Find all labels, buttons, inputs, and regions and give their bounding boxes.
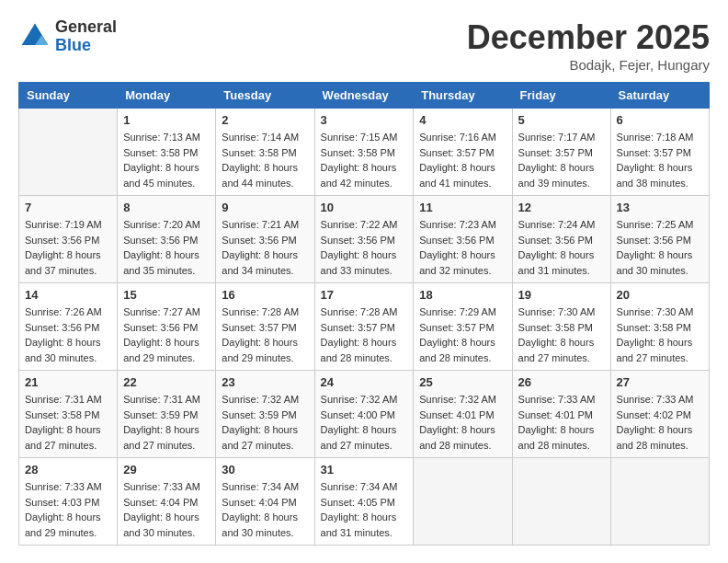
day-info: Sunrise: 7:15 AMSunset: 3:58 PMDaylight:… xyxy=(321,130,408,190)
calendar-cell: 20Sunrise: 7:30 AMSunset: 3:58 PMDayligh… xyxy=(610,283,709,371)
day-number: 8 xyxy=(123,201,210,214)
day-info: Sunrise: 7:19 AMSunset: 3:56 PMDaylight:… xyxy=(25,217,111,278)
day-info: Sunrise: 7:29 AMSunset: 3:57 PMDaylight:… xyxy=(419,304,506,365)
calendar-header-row: SundayMondayTuesdayWednesdayThursdayFrid… xyxy=(19,83,710,109)
calendar-cell: 29Sunrise: 7:33 AMSunset: 4:04 PMDayligh… xyxy=(118,458,216,546)
calendar-cell: 8Sunrise: 7:20 AMSunset: 3:56 PMDaylight… xyxy=(118,196,216,283)
logo-text: General Blue xyxy=(55,18,117,55)
day-number: 10 xyxy=(321,201,408,214)
day-info: Sunrise: 7:27 AMSunset: 3:56 PMDaylight:… xyxy=(123,304,210,365)
day-number: 12 xyxy=(518,201,605,214)
column-header-sunday: Sunday xyxy=(19,83,118,109)
day-number: 31 xyxy=(321,463,408,477)
column-header-wednesday: Wednesday xyxy=(314,83,414,109)
calendar-cell: 25Sunrise: 7:32 AMSunset: 4:01 PMDayligh… xyxy=(414,371,512,458)
calendar-week-row: 28Sunrise: 7:33 AMSunset: 4:03 PMDayligh… xyxy=(19,458,710,546)
day-number: 26 xyxy=(518,375,605,389)
calendar-cell: 16Sunrise: 7:28 AMSunset: 3:57 PMDayligh… xyxy=(216,283,314,371)
day-number: 14 xyxy=(25,288,111,302)
calendar-cell: 22Sunrise: 7:31 AMSunset: 3:59 PMDayligh… xyxy=(118,371,216,458)
calendar-cell xyxy=(19,109,118,196)
calendar-cell: 6Sunrise: 7:18 AMSunset: 3:57 PMDaylight… xyxy=(610,109,709,196)
day-info: Sunrise: 7:30 AMSunset: 3:58 PMDaylight:… xyxy=(617,304,703,365)
day-info: Sunrise: 7:32 AMSunset: 4:00 PMDaylight:… xyxy=(321,392,408,453)
calendar-cell: 30Sunrise: 7:34 AMSunset: 4:04 PMDayligh… xyxy=(216,458,314,546)
calendar-cell: 23Sunrise: 7:32 AMSunset: 3:59 PMDayligh… xyxy=(216,371,314,458)
day-info: Sunrise: 7:31 AMSunset: 3:59 PMDaylight:… xyxy=(123,392,210,453)
day-info: Sunrise: 7:22 AMSunset: 3:56 PMDaylight:… xyxy=(321,217,408,278)
calendar-cell: 15Sunrise: 7:27 AMSunset: 3:56 PMDayligh… xyxy=(118,283,216,371)
day-info: Sunrise: 7:20 AMSunset: 3:56 PMDaylight:… xyxy=(123,217,210,278)
day-info: Sunrise: 7:18 AMSunset: 3:57 PMDaylight:… xyxy=(617,130,703,190)
day-info: Sunrise: 7:17 AMSunset: 3:57 PMDaylight:… xyxy=(518,130,605,190)
day-number: 30 xyxy=(222,463,308,477)
day-number: 9 xyxy=(222,201,308,214)
location: Bodajk, Fejer, Hungary xyxy=(467,57,710,73)
day-number: 20 xyxy=(617,288,703,302)
title-block: December 2025 Bodajk, Fejer, Hungary xyxy=(467,18,710,73)
calendar-cell xyxy=(512,458,610,546)
calendar-week-row: 21Sunrise: 7:31 AMSunset: 3:58 PMDayligh… xyxy=(19,371,710,458)
day-number: 22 xyxy=(123,375,210,389)
day-number: 23 xyxy=(222,375,308,389)
column-header-tuesday: Tuesday xyxy=(216,83,314,109)
day-number: 3 xyxy=(321,113,408,127)
day-info: Sunrise: 7:14 AMSunset: 3:58 PMDaylight:… xyxy=(222,130,308,190)
calendar-cell: 24Sunrise: 7:32 AMSunset: 4:00 PMDayligh… xyxy=(314,371,414,458)
calendar-week-row: 7Sunrise: 7:19 AMSunset: 3:56 PMDaylight… xyxy=(19,196,710,283)
day-info: Sunrise: 7:33 AMSunset: 4:01 PMDaylight:… xyxy=(518,392,605,453)
day-number: 21 xyxy=(25,375,111,389)
column-header-friday: Friday xyxy=(512,83,610,109)
day-number: 1 xyxy=(123,113,210,127)
calendar-cell: 21Sunrise: 7:31 AMSunset: 3:58 PMDayligh… xyxy=(19,371,118,458)
day-number: 16 xyxy=(222,288,308,302)
month-title: December 2025 xyxy=(467,18,710,57)
day-info: Sunrise: 7:24 AMSunset: 3:56 PMDaylight:… xyxy=(518,217,605,278)
calendar-cell: 10Sunrise: 7:22 AMSunset: 3:56 PMDayligh… xyxy=(314,196,414,283)
calendar-cell xyxy=(414,458,512,546)
calendar-cell: 2Sunrise: 7:14 AMSunset: 3:58 PMDaylight… xyxy=(216,109,314,196)
day-info: Sunrise: 7:33 AMSunset: 4:04 PMDaylight:… xyxy=(123,479,210,540)
day-number: 15 xyxy=(123,288,210,302)
day-number: 29 xyxy=(123,463,210,477)
calendar-cell: 12Sunrise: 7:24 AMSunset: 3:56 PMDayligh… xyxy=(512,196,610,283)
day-info: Sunrise: 7:32 AMSunset: 3:59 PMDaylight:… xyxy=(222,392,308,453)
day-number: 13 xyxy=(617,201,703,214)
calendar-cell: 13Sunrise: 7:25 AMSunset: 3:56 PMDayligh… xyxy=(610,196,709,283)
day-info: Sunrise: 7:13 AMSunset: 3:58 PMDaylight:… xyxy=(123,130,210,190)
calendar-cell: 19Sunrise: 7:30 AMSunset: 3:58 PMDayligh… xyxy=(512,283,610,371)
calendar-cell: 14Sunrise: 7:26 AMSunset: 3:56 PMDayligh… xyxy=(19,283,118,371)
page-header: General Blue December 2025 Bodajk, Fejer… xyxy=(18,18,710,73)
day-info: Sunrise: 7:26 AMSunset: 3:56 PMDaylight:… xyxy=(25,304,111,365)
calendar-cell: 28Sunrise: 7:33 AMSunset: 4:03 PMDayligh… xyxy=(19,458,118,546)
day-number: 7 xyxy=(25,201,111,214)
day-info: Sunrise: 7:16 AMSunset: 3:57 PMDaylight:… xyxy=(419,130,506,190)
day-number: 4 xyxy=(419,113,506,127)
column-header-saturday: Saturday xyxy=(610,83,709,109)
column-header-monday: Monday xyxy=(118,83,216,109)
day-number: 11 xyxy=(419,201,506,214)
logo-general: General xyxy=(55,18,117,37)
day-number: 17 xyxy=(321,288,408,302)
day-number: 5 xyxy=(518,113,605,127)
calendar-cell: 31Sunrise: 7:34 AMSunset: 4:05 PMDayligh… xyxy=(314,458,414,546)
column-header-thursday: Thursday xyxy=(414,83,512,109)
calendar-cell xyxy=(610,458,709,546)
day-number: 27 xyxy=(617,375,703,389)
day-info: Sunrise: 7:25 AMSunset: 3:56 PMDaylight:… xyxy=(617,217,703,278)
calendar-cell: 5Sunrise: 7:17 AMSunset: 3:57 PMDaylight… xyxy=(512,109,610,196)
day-info: Sunrise: 7:21 AMSunset: 3:56 PMDaylight:… xyxy=(222,217,308,278)
calendar-cell: 1Sunrise: 7:13 AMSunset: 3:58 PMDaylight… xyxy=(118,109,216,196)
calendar-cell: 4Sunrise: 7:16 AMSunset: 3:57 PMDaylight… xyxy=(414,109,512,196)
day-number: 6 xyxy=(617,113,703,127)
calendar-cell: 7Sunrise: 7:19 AMSunset: 3:56 PMDaylight… xyxy=(19,196,118,283)
day-info: Sunrise: 7:28 AMSunset: 3:57 PMDaylight:… xyxy=(222,304,308,365)
logo: General Blue xyxy=(18,18,117,55)
day-info: Sunrise: 7:32 AMSunset: 4:01 PMDaylight:… xyxy=(419,392,506,453)
calendar-cell: 9Sunrise: 7:21 AMSunset: 3:56 PMDaylight… xyxy=(216,196,314,283)
day-number: 19 xyxy=(518,288,605,302)
calendar-table: SundayMondayTuesdayWednesdayThursdayFrid… xyxy=(18,82,710,546)
day-info: Sunrise: 7:34 AMSunset: 4:05 PMDaylight:… xyxy=(321,479,408,540)
day-number: 24 xyxy=(321,375,408,389)
logo-icon xyxy=(18,20,51,53)
